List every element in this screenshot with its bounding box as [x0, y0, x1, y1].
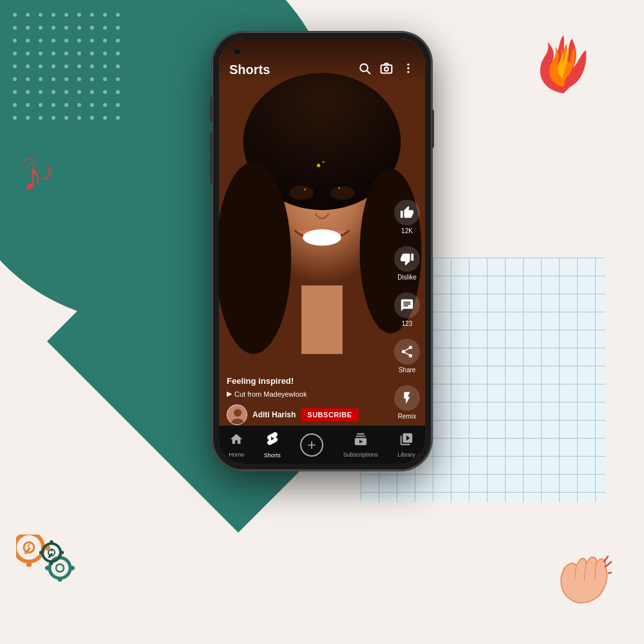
svg-rect-23 [50, 560, 53, 565]
nav-subscriptions-label: Subscriptions [343, 451, 378, 458]
flame-decoration [535, 32, 592, 97]
bottom-nav: Home Shorts [219, 425, 425, 464]
subscriptions-icon [354, 432, 368, 450]
video-music: ▶ Cut from Madeyewlook [227, 390, 390, 398]
more-icon[interactable] [402, 62, 415, 78]
channel-row: Aditi Harish SUBSCRIBE [227, 404, 390, 425]
dot-pattern-decoration [13, 13, 122, 122]
svg-rect-41 [381, 65, 392, 73]
phone-outer: Shorts [213, 32, 431, 470]
svg-rect-1 [13, 13, 122, 122]
svg-point-45 [407, 71, 409, 73]
nav-home-label: Home [229, 451, 244, 458]
action-bar: 12K Dislike [394, 200, 420, 457]
comment-button[interactable]: 123 [394, 292, 420, 327]
like-button[interactable]: 12K [394, 200, 420, 234]
svg-rect-22 [50, 540, 53, 545]
header-icons [358, 62, 415, 78]
dislike-button[interactable]: Dislike [394, 246, 420, 281]
music-note-decoration: ♪ ♪ [19, 148, 77, 200]
music-play-icon: ▶ [227, 390, 232, 398]
svg-point-31 [289, 186, 314, 200]
remix-button[interactable]: Remix [394, 385, 420, 420]
svg-point-29 [219, 162, 291, 354]
nav-subscriptions[interactable]: Subscriptions [338, 430, 383, 460]
svg-point-37 [304, 189, 306, 191]
channel-avatar [227, 404, 247, 425]
svg-rect-25 [59, 551, 64, 554]
like-count: 12K [401, 227, 413, 234]
library-icon [399, 432, 413, 450]
home-icon [229, 432, 243, 450]
svg-point-13 [56, 564, 64, 572]
svg-point-38 [338, 187, 340, 189]
share-button[interactable]: Share [394, 339, 420, 374]
svg-point-35 [317, 164, 320, 167]
svg-point-44 [407, 67, 409, 69]
remix-label: Remix [398, 413, 416, 420]
svg-point-43 [407, 64, 409, 66]
app-title: Shorts [229, 62, 270, 77]
phone: Shorts [213, 32, 431, 470]
camera-icon[interactable] [380, 62, 393, 78]
svg-point-32 [330, 186, 355, 200]
svg-rect-34 [301, 285, 343, 354]
nav-add[interactable] [295, 431, 328, 459]
svg-point-50 [234, 409, 242, 417]
comment-count: 123 [402, 320, 413, 327]
search-icon[interactable] [358, 62, 371, 78]
share-label: Share [399, 366, 416, 374]
svg-point-20 [43, 544, 61, 562]
svg-rect-15 [58, 577, 62, 582]
nav-library[interactable]: Library [392, 430, 421, 460]
camera-hole [233, 48, 241, 55]
bottom-info: Feeling inspired! ▶ Cut from Madeyewlook… [227, 376, 390, 425]
subscribe-button[interactable]: SUBSCRIBE [301, 408, 358, 421]
nav-shorts-label: Shorts [264, 452, 281, 459]
clapping-hands-decoration [554, 554, 612, 612]
app-header: Shorts [219, 39, 425, 83]
nav-shorts[interactable]: Shorts [259, 428, 286, 461]
channel-name: Aditi Harish [252, 410, 296, 419]
svg-text:♪: ♪ [42, 157, 55, 185]
dislike-label: Dislike [397, 274, 416, 281]
phone-screen: Shorts [219, 39, 425, 464]
video-caption: Feeling inspired! [227, 376, 390, 386]
svg-rect-24 [39, 551, 44, 554]
svg-point-33 [303, 229, 341, 246]
shorts-icon [265, 431, 280, 450]
gears-decoration [16, 535, 87, 592]
nav-home[interactable]: Home [223, 430, 249, 460]
svg-rect-7 [26, 560, 32, 567]
svg-point-42 [384, 67, 388, 71]
music-label: Cut from Madeyewlook [234, 390, 307, 398]
nav-library-label: Library [397, 451, 415, 458]
svg-line-40 [367, 71, 370, 74]
svg-point-36 [323, 161, 325, 163]
add-icon [300, 433, 323, 457]
